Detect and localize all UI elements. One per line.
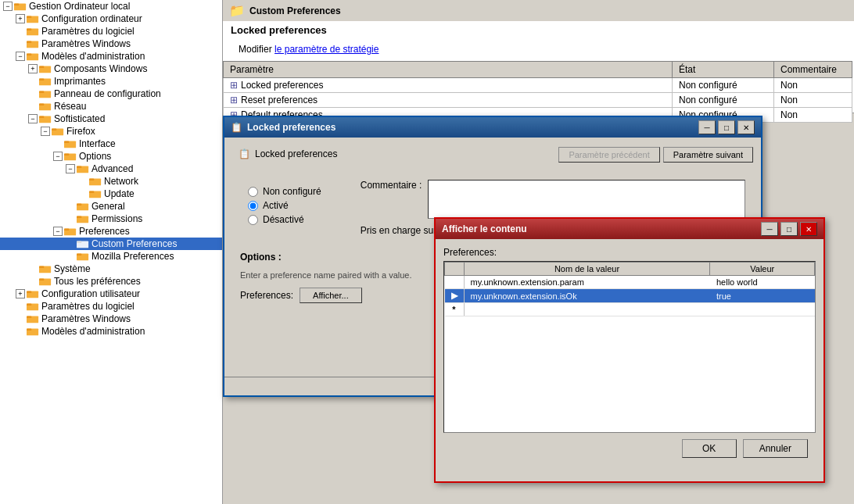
prefs-table-row[interactable]: * bbox=[445, 303, 815, 316]
folder-icon-general bbox=[77, 201, 89, 212]
afficher-restore-button[interactable]: □ bbox=[780, 222, 798, 236]
afficher-minimize-button[interactable]: ─ bbox=[761, 222, 778, 236]
col-nom: Nom de la valeur bbox=[464, 263, 710, 276]
tree-item-firefox[interactable]: − Firefox bbox=[0, 125, 222, 138]
tree-item-tous-preferences[interactable]: Tous les préférences bbox=[0, 275, 222, 288]
afficher-close-button[interactable]: ✕ bbox=[800, 222, 817, 236]
minimize-button[interactable]: ─ bbox=[698, 120, 716, 134]
svg-rect-27 bbox=[77, 166, 81, 168]
svg-rect-5 bbox=[27, 28, 31, 30]
expand-config-utilisateur[interactable]: + bbox=[16, 289, 25, 298]
close-button[interactable]: ✕ bbox=[737, 120, 755, 134]
pref-row-icon: ⊞ bbox=[230, 80, 238, 91]
row-value[interactable]: true bbox=[710, 289, 815, 303]
modifier-link[interactable]: le paramètre de stratégie bbox=[274, 44, 379, 55]
tree-item-parametres-logiciel[interactable]: Paramètres du logiciel bbox=[0, 25, 222, 38]
svg-rect-25 bbox=[64, 153, 69, 155]
tree-item-parametres-windows2[interactable]: Paramètres Windows bbox=[0, 313, 222, 325]
afficher-title-text: Afficher le contenu bbox=[442, 223, 527, 234]
tree-item-permissions[interactable]: Permissions bbox=[0, 213, 222, 225]
tree-item-config-utilisateur[interactable]: + Configuration utilisateur bbox=[0, 288, 222, 300]
row-name[interactable] bbox=[464, 303, 710, 316]
tree-item-systeme[interactable]: Système bbox=[0, 263, 222, 275]
prefs-table-row[interactable]: ▶ my.unknown.extension.isOk true bbox=[445, 289, 815, 303]
tree-label-network: Network bbox=[104, 176, 138, 187]
comment-textarea[interactable] bbox=[428, 180, 745, 219]
tree-item-custom-preferences[interactable]: Custom Preferences bbox=[0, 238, 222, 250]
tree-label-preferences: Preferences bbox=[79, 226, 130, 237]
svg-rect-39 bbox=[77, 241, 81, 243]
tree-label-mozilla-preferences: Mozilla Preferences bbox=[92, 251, 174, 262]
expand-preferences[interactable]: − bbox=[53, 227, 63, 236]
radio-non-configure-input[interactable] bbox=[248, 187, 258, 197]
afficher-titlebar: Afficher le contenu ─ □ ✕ bbox=[436, 219, 824, 239]
row-name[interactable]: my.unknown.extension.isOk bbox=[464, 289, 710, 303]
folder-icon-network bbox=[89, 176, 102, 187]
expand-config-ordinateur[interactable]: + bbox=[16, 14, 25, 23]
tree-item-config-ordinateur[interactable]: + Configuration ordinateur bbox=[0, 13, 222, 25]
tree-item-reseau[interactable]: Réseau bbox=[0, 100, 222, 113]
radio-active[interactable]: Activé bbox=[248, 200, 321, 211]
afficher-button[interactable]: Afficher... bbox=[300, 288, 362, 303]
expand-gestion-ordinateur[interactable]: − bbox=[3, 2, 13, 11]
radio-desactive[interactable]: Désactivé bbox=[248, 214, 321, 225]
tree-label-systeme: Système bbox=[54, 263, 91, 274]
folder-icon: 📁 bbox=[229, 3, 245, 18]
restore-button[interactable]: □ bbox=[718, 120, 735, 134]
tree-item-modeles-administration[interactable]: − Modèles d'administration bbox=[0, 50, 222, 63]
tree-label-firefox: Firefox bbox=[66, 126, 95, 137]
tree-item-modeles-administration2[interactable]: Modèles d'administration bbox=[0, 325, 222, 338]
radio-non-configure[interactable]: Non configuré bbox=[248, 186, 321, 197]
row-value[interactable] bbox=[710, 303, 815, 316]
tree-item-preferences[interactable]: − Preferences bbox=[0, 225, 222, 238]
row-name[interactable]: my.unknown.extension.param bbox=[464, 276, 710, 289]
expand-modeles-administration[interactable]: − bbox=[16, 52, 25, 61]
table-row[interactable]: ⊞Reset preferences Non configuré Non bbox=[224, 93, 852, 108]
tree-item-options[interactable]: − Options bbox=[0, 150, 222, 163]
folder-icon-firefox bbox=[52, 126, 64, 137]
expand-advanced[interactable]: − bbox=[66, 164, 75, 173]
expand-softisticated[interactable]: − bbox=[28, 114, 38, 123]
table-row[interactable]: ⊞Locked preferences Non configuré Non bbox=[224, 78, 852, 93]
tree-label-parametres-windows: Paramètres Windows bbox=[41, 38, 131, 49]
tree-item-network[interactable]: Network bbox=[0, 175, 222, 188]
expand-firefox[interactable]: − bbox=[41, 127, 50, 136]
left-tree-panel: − Gestion Ordinateur local+ Configuratio… bbox=[0, 0, 223, 504]
tree-item-general[interactable]: General bbox=[0, 200, 222, 213]
radio-desactive-input[interactable] bbox=[248, 215, 258, 225]
tree-item-advanced[interactable]: − Advanced bbox=[0, 163, 222, 175]
radio-active-input[interactable] bbox=[248, 201, 258, 211]
tree-item-mozilla-preferences[interactable]: Mozilla Preferences bbox=[0, 250, 222, 263]
dialog-subtitle-text: Locked preferences bbox=[255, 148, 337, 159]
next-param-button[interactable]: Paramètre suivant bbox=[663, 147, 753, 163]
prefs-table-row[interactable]: my.unknown.extension.param hello world bbox=[445, 276, 815, 289]
expand-composants-windows[interactable]: + bbox=[28, 64, 38, 73]
prev-param-button[interactable]: Paramètre précédent bbox=[558, 147, 659, 163]
tree-item-panneau-configuration[interactable]: Panneau de configuration bbox=[0, 88, 222, 100]
tree-item-interface[interactable]: Interface bbox=[0, 138, 222, 150]
svg-rect-51 bbox=[27, 316, 31, 318]
tree-label-update: Update bbox=[104, 188, 135, 199]
col-2: Commentaire bbox=[774, 62, 852, 78]
tree-item-gestion-ordinateur[interactable]: − Gestion Ordinateur local bbox=[0, 0, 222, 13]
afficher-bottom: OK Annuler bbox=[443, 433, 816, 464]
dialog-afficher-contenu: Afficher le contenu ─ □ ✕ Preferences: N… bbox=[434, 217, 825, 483]
dialog-icon: 📋 bbox=[231, 122, 242, 133]
svg-rect-33 bbox=[77, 203, 81, 206]
expand-options[interactable]: − bbox=[53, 152, 63, 161]
tree-item-imprimantes[interactable]: Imprimantes bbox=[0, 75, 222, 88]
tree-item-update[interactable]: Update bbox=[0, 188, 222, 200]
svg-rect-1 bbox=[14, 3, 19, 5]
tree-label-parametres-logiciel: Paramètres du logiciel bbox=[41, 26, 135, 37]
tree-item-softisticated[interactable]: − Softisticated bbox=[0, 113, 222, 125]
svg-rect-11 bbox=[39, 66, 44, 68]
top-table: ParamètreÉtatCommentaire ⊞Locked prefere… bbox=[223, 61, 852, 123]
folder-icon-parametres-logiciel bbox=[27, 26, 39, 37]
pref-name: Locked preferences bbox=[241, 80, 323, 91]
tree-item-composants-windows[interactable]: + Composants Windows bbox=[0, 63, 222, 75]
annuler-button[interactable]: Annuler bbox=[743, 439, 808, 458]
tree-item-parametres-logiciel2[interactable]: Paramètres du logiciel bbox=[0, 300, 222, 313]
tree-item-parametres-windows[interactable]: Paramètres Windows bbox=[0, 38, 222, 50]
row-value[interactable]: hello world bbox=[710, 276, 815, 289]
ok-button[interactable]: OK bbox=[682, 439, 737, 458]
